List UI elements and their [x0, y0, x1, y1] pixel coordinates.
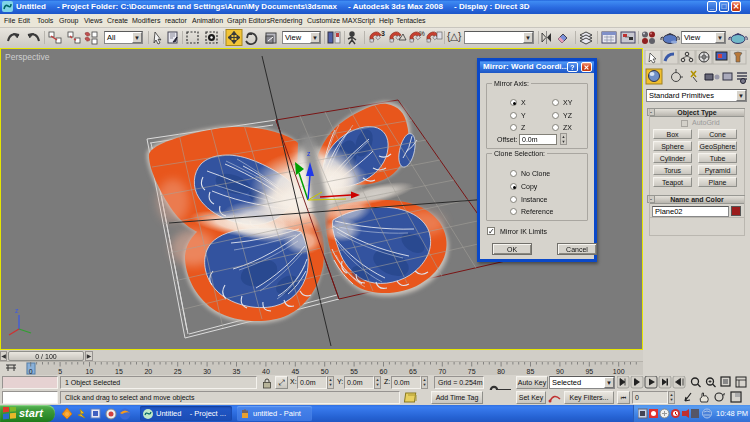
- svg-text:85: 85: [527, 368, 535, 375]
- svg-text:0: 0: [29, 368, 33, 375]
- svg-text:3: 3: [381, 30, 385, 37]
- svg-text:50: 50: [321, 368, 329, 375]
- svg-text:25: 25: [174, 368, 182, 375]
- svg-text:40: 40: [262, 368, 270, 375]
- svg-text:60: 60: [380, 368, 388, 375]
- svg-text:95: 95: [585, 368, 593, 375]
- svg-text:z: z: [307, 150, 311, 157]
- svg-text:90: 90: [556, 368, 564, 375]
- svg-text:30: 30: [203, 368, 211, 375]
- svg-text:100: 100: [613, 368, 625, 375]
- svg-text:15: 15: [115, 368, 123, 375]
- svg-text:10: 10: [86, 368, 94, 375]
- svg-text:45: 45: [291, 368, 299, 375]
- svg-text:%: %: [419, 30, 425, 37]
- svg-text:65: 65: [409, 368, 417, 375]
- svg-text:70: 70: [438, 368, 446, 375]
- svg-text:80: 80: [497, 368, 505, 375]
- svg-text:35: 35: [233, 368, 241, 375]
- svg-text:55: 55: [350, 368, 358, 375]
- svg-text:20: 20: [144, 368, 152, 375]
- svg-text:5: 5: [58, 368, 62, 375]
- svg-text:z: z: [15, 307, 19, 314]
- svg-text:75: 75: [468, 368, 476, 375]
- svg-text:{△}: {△}: [447, 31, 462, 42]
